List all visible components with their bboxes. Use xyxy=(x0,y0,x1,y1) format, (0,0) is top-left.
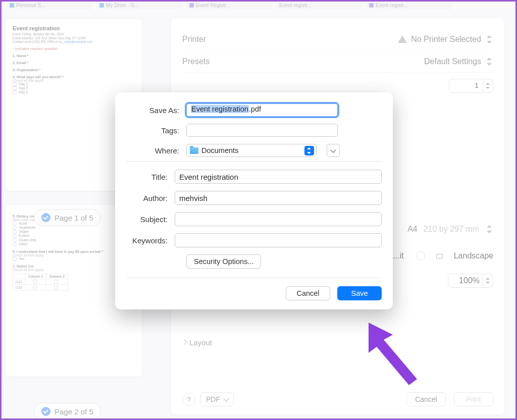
where-expand-button[interactable] xyxy=(327,144,340,157)
where-value: Documents xyxy=(201,146,238,154)
tags-label: Tags: xyxy=(126,126,179,135)
keywords-label: Keywords: xyxy=(126,236,168,245)
where-label: Where: xyxy=(126,146,179,155)
filename-ext: .pdf xyxy=(249,105,261,113)
title-input[interactable] xyxy=(175,170,382,184)
saveas-input[interactable]: Event registration.pdf xyxy=(186,103,338,117)
save-dialog: Save As: Event registration.pdf Tags: Wh… xyxy=(115,92,393,309)
saveas-label: Save As: xyxy=(126,106,179,115)
keywords-input[interactable] xyxy=(175,233,382,247)
tags-input[interactable] xyxy=(186,124,338,137)
divider xyxy=(126,161,382,162)
subject-label: Subject: xyxy=(126,215,168,224)
title-label: Title: xyxy=(126,173,168,181)
divider xyxy=(126,278,382,278)
subject-input[interactable] xyxy=(175,212,382,226)
save-button[interactable]: Save xyxy=(337,286,382,300)
folder-icon xyxy=(190,147,198,154)
author-input[interactable] xyxy=(175,191,382,205)
updown-icon xyxy=(304,146,314,155)
cancel-button[interactable]: Cancel xyxy=(286,286,330,300)
author-label: Author: xyxy=(126,194,168,202)
where-dropdown[interactable]: Documents xyxy=(186,144,317,157)
filename-selected: Event registration xyxy=(191,105,249,113)
security-options-button[interactable]: Security Options... xyxy=(186,254,261,269)
chevron-down-icon xyxy=(330,147,336,152)
